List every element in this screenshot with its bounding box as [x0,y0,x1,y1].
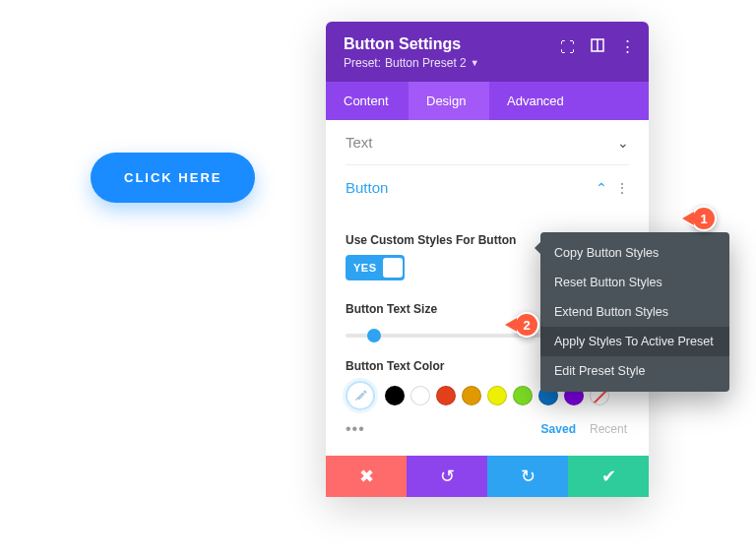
palette-tabs: Saved Recent [541,422,627,436]
section-more-icon[interactable]: ⋮ [615,180,629,196]
swatch-white[interactable] [410,386,430,405]
expand-icon[interactable]: ⛶ [560,38,575,55]
tab-content[interactable]: Content [326,82,409,120]
tab-design[interactable]: Design [409,82,489,120]
chevron-up-icon: ⌃ [596,180,607,196]
undo-button[interactable]: ↺ [407,456,487,497]
swatch-yellow[interactable] [487,386,507,405]
swatch-orange[interactable] [462,386,481,405]
callout-2: 2 [496,310,539,340]
panel-header: Button Settings Preset: Button Preset 2 … [326,22,649,82]
section-button-label: Button [346,179,388,196]
callout-bubble: 2 [514,312,539,338]
chevron-down-icon: ⌄ [617,135,629,151]
preset-selector[interactable]: Preset: Button Preset 2 ▼ [344,56,631,70]
toggle-knob [383,258,403,278]
callout-1: 1 [673,204,717,233]
more-icon[interactable]: ⋮ [620,37,635,55]
palette-tab-saved[interactable]: Saved [541,422,576,436]
section-text-header[interactable]: Text ⌄ [326,120,649,164]
callout-bubble: 1 [691,206,717,231]
use-custom-toggle[interactable]: YES [346,255,405,280]
toggle-text: YES [353,262,377,274]
tab-advanced[interactable]: Advanced [489,82,649,120]
confirm-button[interactable]: ✔ [568,456,649,497]
menu-extend-styles[interactable]: Extend Button Styles [540,297,729,327]
preset-prefix: Preset: [344,56,381,70]
caret-down-icon: ▼ [471,58,479,68]
header-actions: ⛶ ⋮ [560,37,635,55]
swatch-green[interactable] [513,386,533,405]
canvas-click-here-button[interactable]: CLICK HERE [91,153,255,203]
more-swatches-icon[interactable]: ••• [346,420,365,438]
columns-icon[interactable] [591,38,604,55]
swatch-black[interactable] [385,386,405,405]
menu-reset-styles[interactable]: Reset Button Styles [540,268,729,297]
redo-button[interactable]: ↻ [487,456,568,497]
section-text-label: Text [346,134,373,151]
palette-tab-recent[interactable]: Recent [590,422,627,436]
swatch-red[interactable] [436,386,456,405]
context-menu: Copy Button Styles Reset Button Styles E… [540,232,729,392]
menu-apply-preset[interactable]: Apply Styles To Active Preset [540,327,729,356]
menu-edit-preset[interactable]: Edit Preset Style [540,356,729,386]
section-button-header[interactable]: Button ⌃ ⋮ [326,165,649,210]
eyedropper-button[interactable] [346,381,375,410]
tab-bar: Content Design Advanced [326,82,649,120]
menu-copy-styles[interactable]: Copy Button Styles [540,238,729,268]
cancel-button[interactable]: ✖ [326,456,407,497]
slider-thumb[interactable] [367,329,381,342]
callout-tail [682,212,694,225]
callout-tail [505,318,517,332]
settings-panel: Button Settings Preset: Button Preset 2 … [326,22,649,497]
panel-footer: ✖ ↺ ↻ ✔ [326,456,649,497]
preset-name: Button Preset 2 [385,56,467,70]
